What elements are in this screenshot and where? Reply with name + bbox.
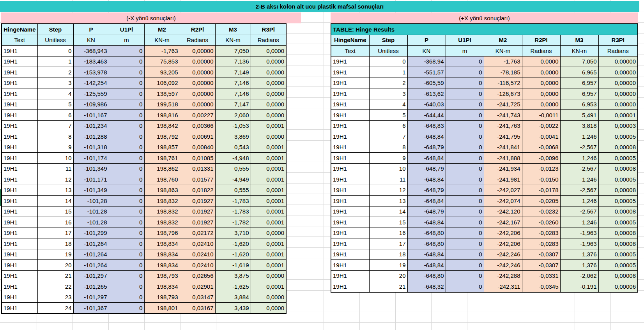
cell[interactable]: -101,299 xyxy=(73,228,109,238)
cell[interactable]: 0,01085 xyxy=(180,153,215,164)
cell[interactable]: 0 xyxy=(109,174,144,185)
cell[interactable]: 7 xyxy=(369,131,407,142)
cell[interactable]: 7,149 xyxy=(215,67,251,78)
cell[interactable]: 19H1 xyxy=(331,120,369,131)
cell[interactable]: 198,760 xyxy=(144,174,180,185)
cell[interactable]: 0 xyxy=(446,174,484,185)
cell[interactable]: 1,246 xyxy=(560,196,598,206)
column-header[interactable]: M2 xyxy=(144,24,180,35)
cell[interactable]: 0,0001 xyxy=(251,163,286,174)
cell[interactable]: 0,0000 xyxy=(522,67,560,78)
cell[interactable]: 18 xyxy=(37,238,73,249)
cell[interactable]: 7,050 xyxy=(215,46,251,56)
cell[interactable]: -242,027 xyxy=(484,185,522,196)
cell[interactable]: 19H1 xyxy=(2,120,37,131)
cell[interactable]: -183,463 xyxy=(73,56,109,67)
cell[interactable]: 5 xyxy=(37,99,73,110)
cell[interactable]: 138,597 xyxy=(144,88,180,99)
cell[interactable]: 18 xyxy=(369,249,407,260)
cell[interactable]: 7,136 xyxy=(215,56,251,67)
cell[interactable]: 11 xyxy=(37,163,73,174)
cell[interactable]: 16 xyxy=(37,217,73,228)
cell[interactable]: -1,782 xyxy=(215,217,251,228)
cell[interactable]: -648,83 xyxy=(407,120,446,131)
cell[interactable]: 0,00000 xyxy=(180,67,215,78)
cell[interactable]: 0 xyxy=(446,142,484,153)
cell[interactable]: -1,620 xyxy=(215,249,251,260)
cell[interactable]: 0,543 xyxy=(215,142,251,153)
cell[interactable]: -0,191 xyxy=(560,281,598,292)
cell[interactable]: 0,00000 xyxy=(180,88,215,99)
cell[interactable]: 19H1 xyxy=(331,174,369,185)
cell[interactable]: -648,84 xyxy=(407,196,446,206)
cell[interactable]: 19H1 xyxy=(2,153,37,164)
cell[interactable]: -101,288 xyxy=(73,131,109,142)
cell[interactable]: 0 xyxy=(109,228,144,238)
cell[interactable]: 0 xyxy=(109,281,144,292)
cell[interactable]: 19H1 xyxy=(331,260,369,271)
cell[interactable]: -0,0150 xyxy=(522,174,560,185)
cell[interactable]: 0,00005 xyxy=(598,217,638,228)
unit-header[interactable]: KN xyxy=(73,35,109,46)
cell[interactable]: -101,297 xyxy=(73,270,109,281)
cell[interactable]: -644,44 xyxy=(407,110,446,121)
cell[interactable]: -648,79 xyxy=(407,142,446,153)
cell[interactable]: 3,710 xyxy=(215,228,251,238)
cell[interactable]: 0 xyxy=(446,56,484,67)
cell[interactable]: 0,00008 xyxy=(598,238,638,249)
cell[interactable]: -242,074 xyxy=(484,196,522,206)
cell[interactable]: 19H1 xyxy=(331,78,369,88)
cell[interactable]: 0,0001 xyxy=(251,120,286,131)
cell[interactable]: 0,0000 xyxy=(251,303,286,314)
cell[interactable]: -368,943 xyxy=(73,46,109,56)
cell[interactable]: 14 xyxy=(37,196,73,206)
unit-header[interactable]: KN-m xyxy=(215,35,251,46)
cell[interactable]: -116,572 xyxy=(484,78,522,88)
cell[interactable]: 19H1 xyxy=(2,292,37,303)
cell[interactable]: 198,796 xyxy=(144,228,180,238)
cell[interactable]: -242,120 xyxy=(484,206,522,217)
cell[interactable]: 0 xyxy=(109,185,144,196)
cell[interactable]: -648,80 xyxy=(407,238,446,249)
cell[interactable]: 0,00005 xyxy=(598,153,638,164)
cell[interactable]: -0,0232 xyxy=(522,206,560,217)
cell[interactable]: -2,062 xyxy=(560,270,598,281)
column-header[interactable]: M2 xyxy=(484,35,522,46)
cell[interactable]: 198,832 xyxy=(144,217,180,228)
cell[interactable]: 0,00008 xyxy=(598,270,638,281)
cell[interactable]: -242,246 xyxy=(484,249,522,260)
cell[interactable]: 0,0001 xyxy=(251,142,286,153)
cell[interactable]: 3,818 xyxy=(560,120,598,131)
cell[interactable]: 19H1 xyxy=(331,228,369,238)
cell[interactable]: 7,147 xyxy=(215,99,251,110)
cell[interactable]: 19H1 xyxy=(2,206,37,217)
cell[interactable]: 19H1 xyxy=(331,185,369,196)
cell[interactable]: 0,00000 xyxy=(180,78,215,88)
cell[interactable]: 19H1 xyxy=(331,67,369,78)
cell[interactable]: 0,01331 xyxy=(180,163,215,174)
cell[interactable]: -1,963 xyxy=(560,228,598,238)
cell[interactable]: -241,725 xyxy=(484,99,522,110)
cell[interactable]: 0,00005 xyxy=(598,249,638,260)
cell[interactable]: 0,01927 xyxy=(180,196,215,206)
cell[interactable]: 15 xyxy=(369,217,407,228)
cell[interactable]: -1,763 xyxy=(484,56,522,67)
cell[interactable]: -4,949 xyxy=(215,174,251,185)
cell[interactable]: 19H1 xyxy=(2,238,37,249)
cell[interactable]: 93,205 xyxy=(144,67,180,78)
cell[interactable]: 14 xyxy=(369,206,407,217)
cell[interactable]: 22 xyxy=(37,281,73,292)
cell[interactable]: -648,84 xyxy=(407,249,446,260)
cell[interactable]: 7,146 xyxy=(215,78,251,88)
cell[interactable]: -0,0096 xyxy=(522,153,560,164)
cell[interactable]: 0,01577 xyxy=(180,174,215,185)
cell[interactable]: 1 xyxy=(369,67,407,78)
cell[interactable]: 0,0000 xyxy=(251,88,286,99)
cell[interactable]: -242,206 xyxy=(484,228,522,238)
cell[interactable]: 0 xyxy=(446,153,484,164)
column-header[interactable]: P xyxy=(407,35,446,46)
cell[interactable]: 19H1 xyxy=(2,185,37,196)
cell[interactable]: 0 xyxy=(446,249,484,260)
column-header[interactable]: Step xyxy=(37,24,73,35)
cell[interactable]: 0,00008 xyxy=(598,206,638,217)
